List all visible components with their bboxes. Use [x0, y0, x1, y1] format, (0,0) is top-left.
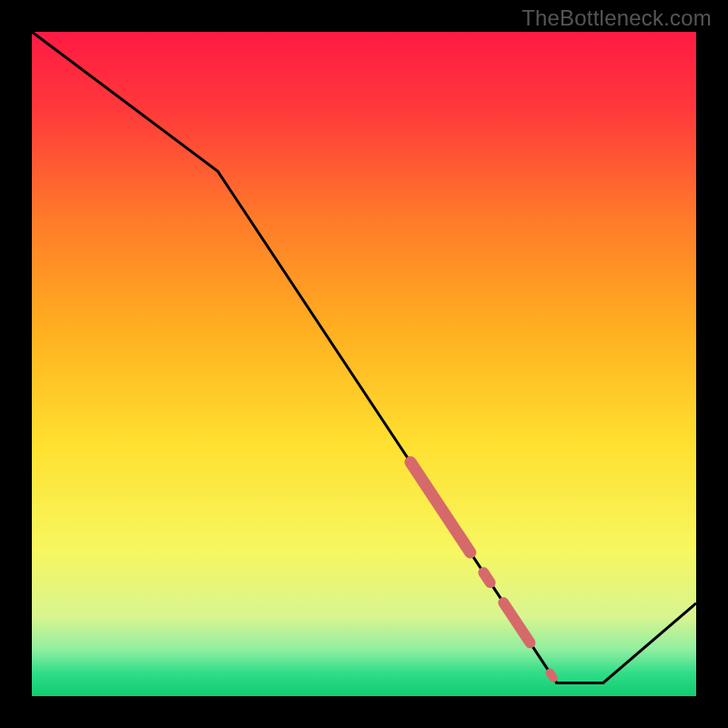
- curve-marker: [483, 572, 490, 582]
- chart-frame: TheBottleneck.com: [0, 0, 728, 728]
- plot-background: [32, 32, 696, 696]
- attribution-text: TheBottleneck.com: [521, 5, 712, 31]
- curve-marker: [550, 672, 553, 678]
- bottleneck-chart: [0, 0, 728, 728]
